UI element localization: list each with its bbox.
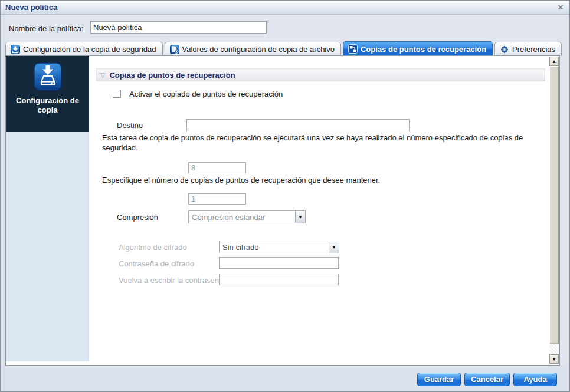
sidebar-item-copy-settings[interactable]: Configuración de copia xyxy=(6,56,89,132)
section-title: Copias de puntos de recuperación xyxy=(109,71,235,80)
tab-label: Valores de configuración de copia de arc… xyxy=(182,45,335,54)
sidebar: Configuración de copia xyxy=(6,56,89,361)
encryption-password-input[interactable] xyxy=(219,257,339,269)
scroll-up-icon[interactable]: ▲ xyxy=(549,57,559,66)
save-button[interactable]: Guardar xyxy=(417,373,461,386)
tab-label: Preferencias xyxy=(512,45,555,54)
confirm-password-label: Vuelva a escribir la contraseña xyxy=(119,276,223,285)
encryption-algorithm-value: Sin cifrado xyxy=(220,243,329,252)
retain-count-input[interactable] xyxy=(188,193,246,205)
enable-recovery-point-copy-checkbox[interactable] xyxy=(113,90,121,98)
help-button[interactable]: Ayuda xyxy=(513,373,557,386)
tab-label: Copias de puntos de recuperación xyxy=(361,45,486,54)
scroll-down-icon[interactable]: ▼ xyxy=(549,354,559,364)
backup-destination-icon xyxy=(34,62,62,93)
run-after-text: Esta tarea de copia de puntos de recuper… xyxy=(102,133,546,153)
backup-config-icon xyxy=(11,45,20,54)
sidebar-item-label: Configuración de copia xyxy=(6,96,89,115)
chevron-down-icon[interactable]: ▼ xyxy=(295,211,305,223)
footer-button-bar: Guardar Cancelar Ayuda xyxy=(1,366,569,392)
enable-recovery-point-copy-label: Activar el copiado de puntos de recupera… xyxy=(129,90,283,98)
encryption-password-label: Contraseña de cifrado xyxy=(119,259,194,268)
tab-label: Configuración de la copia de seguridad xyxy=(23,45,156,54)
policy-name-label: Nombre de la política: xyxy=(9,24,83,33)
new-policy-dialog: Nueva política × Nombre de la política: … xyxy=(0,0,570,392)
collapse-triangle-icon[interactable]: ▽ xyxy=(100,72,105,78)
compression-value: Compresión estándar xyxy=(189,213,295,222)
content-panel: Configuración de copia ▽ Copias de punto… xyxy=(5,55,560,366)
tab-backup-config[interactable]: Configuración de la copia de seguridad xyxy=(5,42,163,56)
tab-bar: Configuración de la copia de seguridad V… xyxy=(5,41,562,56)
tab-recovery-point-copies[interactable]: Copias de puntos de recuperación xyxy=(343,41,493,56)
policy-name-input[interactable] xyxy=(90,21,267,34)
title-bar: Nueva política × xyxy=(1,1,569,15)
vertical-scrollbar[interactable]: ▲ ▼ xyxy=(549,57,559,364)
destination-input[interactable] xyxy=(186,119,410,131)
recovery-point-copies-icon xyxy=(348,44,358,54)
chevron-down-icon[interactable]: ▼ xyxy=(329,241,339,253)
preferences-gear-icon xyxy=(500,45,509,54)
encryption-algorithm-label: Algoritmo de cifrado xyxy=(119,243,187,252)
compression-label: Compresión xyxy=(117,213,158,222)
cancel-button[interactable]: Cancelar xyxy=(464,373,510,386)
backup-count-input[interactable] xyxy=(188,162,246,173)
file-copy-settings-icon xyxy=(170,45,179,54)
destination-label: Destino xyxy=(117,121,143,130)
close-icon[interactable]: × xyxy=(558,1,564,14)
tab-file-copy-settings[interactable]: Valores de configuración de copia de arc… xyxy=(165,42,341,56)
scrollbar-thumb[interactable] xyxy=(549,66,559,344)
tab-preferences[interactable]: Preferencias xyxy=(494,42,562,56)
encryption-algorithm-select[interactable]: Sin cifrado ▼ xyxy=(219,241,339,253)
compression-select[interactable]: Compresión estándar ▼ xyxy=(188,210,306,223)
confirm-password-input[interactable] xyxy=(219,274,339,285)
dialog-title: Nueva política xyxy=(5,3,57,12)
section-header-recovery-point-copies[interactable]: ▽ Copias de puntos de recuperación xyxy=(96,68,545,81)
retain-text: Especifique el número de copias de punto… xyxy=(102,175,546,185)
